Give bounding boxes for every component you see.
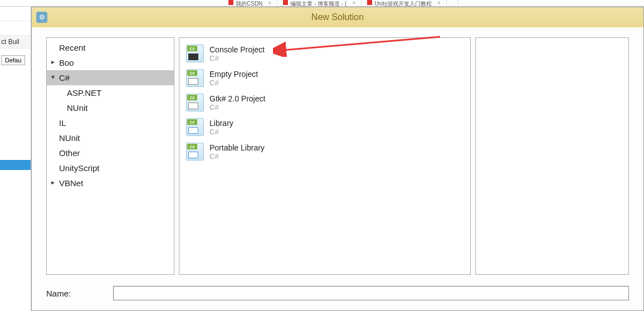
template-lang: C# <box>209 128 233 136</box>
tab-label: 我的CSDN <box>236 0 262 7</box>
browser-tab[interactable]: 我的CSDN × <box>223 0 277 7</box>
tree-item-il[interactable]: IL <box>47 115 174 130</box>
window-icon <box>188 78 198 85</box>
templates-panel: C# Console Project C# C# <box>179 37 471 275</box>
template-icon: C# <box>186 118 204 136</box>
close-icon[interactable]: × <box>352 0 355 6</box>
tab-favicon <box>228 0 233 5</box>
app-icon: ⚙ <box>36 12 47 23</box>
template-icon: C# <box>186 69 204 87</box>
template-name: Gtk# 2.0 Project <box>209 94 265 103</box>
bg-selection-bar <box>0 160 31 170</box>
template-empty-project[interactable]: C# Empty Project C# <box>182 66 468 90</box>
template-portable-library[interactable]: C# Portable Library C# <box>182 139 468 164</box>
template-lang: C# <box>209 54 265 62</box>
tab-favicon <box>283 0 288 5</box>
new-solution-dialog: ⚙ New Solution Recent Boo C# ASP.NET NUn… <box>31 7 644 311</box>
template-list: C# Console Project C# C# <box>179 38 470 167</box>
name-row: Name: <box>46 286 629 300</box>
tree-header-recent[interactable]: Recent <box>47 40 174 55</box>
categories-panel: Recent Boo C# ASP.NET NUnit IL NUnit Oth… <box>46 37 174 275</box>
template-name: Portable Library <box>209 143 265 152</box>
library-icon <box>188 152 198 158</box>
background-left-panel: ct Buil Defau <box>0 7 31 311</box>
close-icon[interactable]: × <box>268 0 271 6</box>
console-icon <box>188 54 198 60</box>
template-lang: C# <box>209 103 265 111</box>
name-label: Name: <box>46 289 108 298</box>
tab-favicon <box>367 0 372 5</box>
dialog-body: Recent Boo C# ASP.NET NUnit IL NUnit Oth… <box>32 27 643 310</box>
tree-item-csharp[interactable]: C# <box>47 70 174 85</box>
tree-item-nunit-root[interactable]: NUnit <box>47 130 174 145</box>
category-tree: Recent Boo C# ASP.NET NUnit IL NUnit Oth… <box>47 38 174 193</box>
background-browser-tabs: 我的CSDN × 编辑文章 - 博客频道 - ( × Unity游戏开发入门教程… <box>0 0 644 7</box>
bg-toolbar <box>0 7 31 21</box>
browser-tab[interactable]: Unity游戏开发入门教程 × <box>362 0 447 7</box>
tree-item-boo[interactable]: Boo <box>47 55 174 70</box>
dialog-title: New Solution <box>311 12 364 22</box>
csharp-badge-icon: C# <box>187 95 197 100</box>
name-input[interactable] <box>113 286 629 300</box>
tree-item-other[interactable]: Other <box>47 145 174 161</box>
csharp-badge-icon: C# <box>187 144 197 149</box>
browser-tab[interactable]: 编辑文章 - 博客频道 - ( × <box>277 0 362 7</box>
template-icon: C# <box>186 45 204 62</box>
template-library[interactable]: C# Library C# <box>182 115 468 139</box>
dialog-titlebar[interactable]: ⚙ New Solution <box>32 7 643 27</box>
tree-item-vbnet[interactable]: VBNet <box>47 176 174 191</box>
tab-label: 编辑文章 - 博客频道 - ( <box>290 0 347 7</box>
bg-dropdown-button[interactable]: Defau <box>1 55 25 65</box>
tab-label: Unity游戏开发入门教程 <box>374 0 432 7</box>
close-icon[interactable]: × <box>437 0 441 6</box>
template-name: Console Project <box>209 45 265 54</box>
window-icon <box>188 103 198 109</box>
bg-toolbar <box>0 21 31 36</box>
template-icon: C# <box>186 143 204 161</box>
bg-menu-row[interactable]: ct Buil <box>0 36 31 48</box>
template-console-project[interactable]: C# Console Project C# <box>182 41 468 66</box>
tree-item-unityscript[interactable]: UnityScript <box>47 161 174 176</box>
panels-row: Recent Boo C# ASP.NET NUnit IL NUnit Oth… <box>46 37 629 275</box>
tree-item-aspnet[interactable]: ASP.NET <box>47 85 174 100</box>
description-panel <box>475 37 629 275</box>
csharp-badge-icon: C# <box>187 46 197 51</box>
library-icon <box>188 127 198 134</box>
csharp-badge-icon: C# <box>187 70 197 76</box>
template-name: Empty Project <box>209 70 258 79</box>
template-name: Library <box>209 119 233 128</box>
tree-item-nunit[interactable]: NUnit <box>47 100 174 115</box>
template-lang: C# <box>209 79 258 87</box>
template-gtk-project[interactable]: C# Gtk# 2.0 Project C# <box>182 90 468 115</box>
csharp-badge-icon: C# <box>187 119 197 125</box>
template-icon: C# <box>186 94 204 111</box>
tab-overflow[interactable] <box>447 0 458 7</box>
template-lang: C# <box>209 152 265 161</box>
